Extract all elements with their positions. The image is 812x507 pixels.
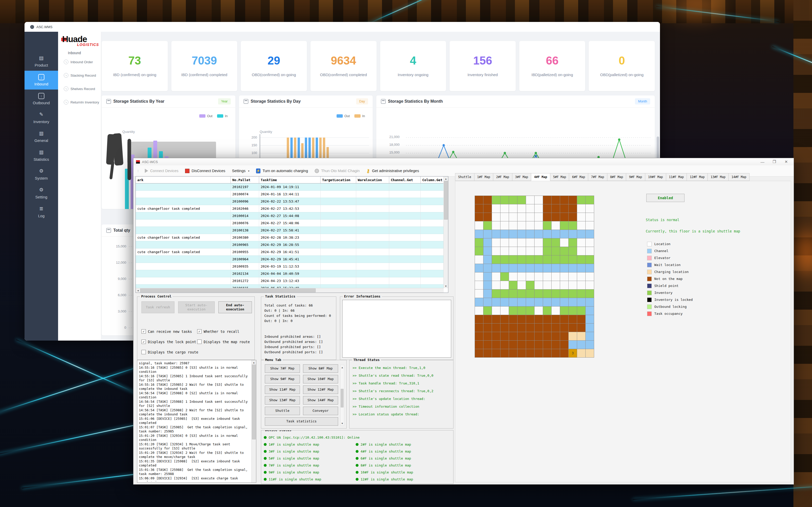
sidebar-item-log[interactable]: ≣Log	[24, 203, 58, 221]
cell-not-on-map[interactable]	[475, 323, 483, 332]
cell-channel[interactable]	[526, 264, 535, 273]
cell-inventory[interactable]	[577, 195, 586, 204]
map-tab-3-f-map[interactable]: 3#F Map	[512, 173, 532, 181]
cell-location[interactable]	[534, 281, 543, 289]
cell-not-on-map[interactable]	[492, 315, 500, 324]
cell-location[interactable]	[517, 221, 526, 230]
scrollbar-thumb[interactable]	[252, 364, 256, 439]
checkbox-icon[interactable]: ✓	[142, 340, 146, 344]
cell-location[interactable]	[509, 213, 518, 221]
map-tab-4-f-map[interactable]: 4#F Map	[531, 173, 550, 181]
cell-location[interactable]	[585, 204, 594, 213]
cell-not-on-map[interactable]	[475, 213, 483, 221]
cell-channel[interactable]	[492, 298, 500, 306]
toolbar-button-get-administrative-privileges[interactable]: ⚷Get administrative privileges	[366, 168, 419, 174]
cell-location[interactable]	[560, 272, 569, 281]
map-tab-5-f-map[interactable]: 5#F Map	[550, 173, 570, 181]
cell-not-on-map[interactable]	[551, 323, 560, 332]
show-12-f-map-button[interactable]: Show 12#F Map	[303, 386, 338, 394]
cell-inventory[interactable]	[483, 306, 492, 315]
wcs-titlebar[interactable]: ASC-WCS —❐✕	[133, 158, 794, 165]
cell-inventory[interactable]	[569, 255, 577, 264]
cell-not-on-map[interactable]	[509, 349, 518, 357]
cell-inventory[interactable]	[543, 247, 552, 256]
table-row[interactable]: 201001382024-02-27 15:58:41	[136, 227, 444, 234]
cell-not-on-map[interactable]	[569, 323, 577, 332]
cell-not-on-map[interactable]	[492, 332, 500, 341]
cell-not-on-map[interactable]	[543, 332, 552, 341]
cell-inventory[interactable]	[534, 289, 543, 298]
cell-channel[interactable]	[577, 230, 586, 238]
cell-not-on-map[interactable]	[517, 332, 526, 341]
cell-not-on-map[interactable]	[475, 340, 483, 349]
cell-not-on-map[interactable]	[551, 195, 560, 204]
sidebar-item-inventory[interactable]: ✎Inventory	[24, 108, 58, 127]
table-row[interactable]: 201000762024-02-27 15:48:06	[136, 220, 444, 227]
cell-inventory[interactable]	[551, 238, 560, 247]
submenu-item-returnin-inventory[interactable]: ➘ReturnIn Inventory	[64, 100, 101, 105]
cell-location[interactable]	[500, 247, 509, 256]
submenu-item-shelves-record[interactable]: ➘Shelves Record	[64, 87, 101, 91]
cell-channel[interactable]	[585, 264, 594, 273]
cell-not-on-map[interactable]	[534, 315, 543, 324]
cell-channel[interactable]	[483, 238, 492, 247]
shuttle-button[interactable]: Shuttle	[265, 407, 300, 415]
cell-location[interactable]	[526, 272, 535, 281]
cell-channel[interactable]	[551, 264, 560, 273]
cell-inventory[interactable]	[500, 272, 509, 281]
cell-location[interactable]	[475, 272, 483, 281]
cell-channel[interactable]	[500, 230, 509, 238]
cell-not-on-map[interactable]	[569, 204, 577, 213]
cell-channel[interactable]	[475, 230, 483, 238]
cell-location[interactable]	[509, 272, 518, 281]
cell-location[interactable]	[569, 281, 577, 289]
menu-scrollbar[interactable]: ▲ ▼	[340, 365, 344, 426]
cell-location[interactable]	[585, 238, 594, 247]
toolbar-button-disconnect-devices[interactable]: DisConnect Devices	[185, 169, 225, 173]
cell-location[interactable]	[534, 204, 543, 213]
cell-not-on-map[interactable]	[517, 349, 526, 357]
cell-location[interactable]	[534, 238, 543, 247]
checkbox-displays-the-map-route[interactable]: Displays the map route	[197, 340, 250, 344]
table-row[interactable]: 201003152024-06-07 15:22:48	[136, 285, 444, 288]
cell-location[interactable]	[492, 204, 500, 213]
cell-channel[interactable]	[534, 230, 543, 238]
cell-channel[interactable]	[526, 230, 535, 238]
table-row[interactable]: 201021972024-01-09 14:19:11	[136, 183, 444, 191]
cell-channel[interactable]	[585, 340, 594, 349]
cell-not-on-map[interactable]	[526, 315, 535, 324]
cell-location[interactable]	[526, 247, 535, 256]
cell-inventory[interactable]	[560, 255, 569, 264]
checkbox-whether-to-recall[interactable]: ✓Whether to recall	[197, 329, 239, 334]
cell-inventory[interactable]	[526, 306, 535, 315]
cell-not-on-map[interactable]	[526, 349, 535, 357]
sidebar-item-statistics[interactable]: ▥Statistics	[24, 146, 58, 165]
cell-inventory[interactable]	[577, 255, 586, 264]
cell-channel[interactable]	[585, 306, 594, 315]
cell-location[interactable]	[492, 238, 500, 247]
minimize-button[interactable]: —	[757, 158, 768, 165]
checkbox-icon[interactable]	[197, 340, 202, 344]
cell-channel[interactable]	[483, 298, 492, 306]
cell-channel[interactable]	[569, 298, 577, 306]
cell-inventory[interactable]	[517, 306, 526, 315]
cell-location[interactable]	[526, 213, 535, 221]
cell-channel[interactable]	[509, 264, 518, 273]
cell-inventory[interactable]	[560, 247, 569, 256]
show-14-f-map-button[interactable]: Show 14#F Map	[303, 396, 338, 405]
cell-inventory[interactable]	[534, 255, 543, 264]
map-tab-8-f-map[interactable]: 8#F Map	[607, 173, 627, 181]
cell-not-on-map[interactable]	[509, 323, 518, 332]
cell-not-on-map[interactable]	[509, 315, 518, 324]
cell-channel[interactable]	[534, 264, 543, 273]
task-statistics-button[interactable]: Task statistics	[265, 417, 338, 426]
cell-inventory[interactable]	[483, 221, 492, 230]
table-row[interactable]: 201009352024-03-19 11:12:53	[136, 263, 444, 270]
task-refresh-button[interactable]: Task refresh	[142, 301, 174, 313]
cell-not-on-map[interactable]	[560, 332, 569, 341]
cell-inventory[interactable]	[569, 238, 577, 247]
table-row[interactable]: 201009642024-02-29 16:45:41	[136, 256, 444, 263]
table-row[interactable]: 201000962024-02-22 13:53:47	[136, 198, 444, 205]
cell-channel[interactable]	[492, 230, 500, 238]
checkbox-icon[interactable]: ✓	[142, 329, 146, 334]
